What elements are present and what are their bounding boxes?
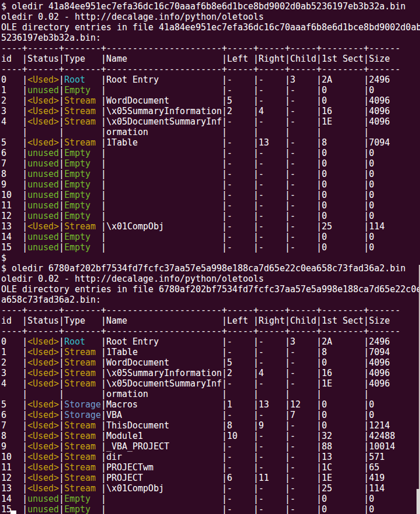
cell-name [106, 148, 222, 158]
cell-right: 13 [259, 137, 285, 148]
cell-right: - [259, 148, 285, 158]
cell-type: Empty [64, 494, 101, 504]
table-row-line: 13 |<Used>|Stream |\x01CompObj |- |- |- … [1, 221, 420, 232]
table-row-line: 9 |unused|Empty | |- |- |- |0 |0 [1, 179, 420, 190]
cell-status: unused [27, 504, 59, 514]
cell-child: - [290, 137, 316, 148]
column-divider: | [101, 211, 106, 221]
cell-size: 2496 [369, 75, 400, 85]
column-divider: | [364, 137, 369, 148]
cell-id: 14 [1, 494, 22, 504]
column-divider: | [316, 504, 322, 514]
cell-child: - [290, 420, 316, 431]
column-divider: | [22, 211, 27, 221]
cell-id: 4 [1, 378, 22, 389]
column-divider: | [316, 137, 322, 148]
table-row-line: 2 |<Used>|Stream |WordDocument |5 |- |- … [1, 95, 420, 106]
column-divider: | [364, 462, 369, 473]
cell-size: 114 [369, 221, 400, 232]
cell-type: Stream [64, 357, 101, 368]
column-divider: | [222, 483, 227, 494]
cell-size: 7094 [369, 137, 400, 148]
column-divider: | [101, 137, 106, 148]
column-divider: | [316, 347, 322, 357]
cell-sect [322, 389, 364, 399]
cell-status: <Used> [27, 452, 59, 462]
cell-type: Stream [64, 137, 101, 148]
column-divider: | [22, 347, 27, 357]
column-divider: | [22, 200, 27, 211]
cell-id: 13 [1, 483, 22, 494]
cell-name: Root Entry [106, 75, 222, 85]
cell-child: - [290, 95, 316, 106]
cell-right: - [259, 378, 285, 389]
column-divider: | [316, 116, 322, 127]
cell-right: - [259, 357, 285, 368]
cell-name: \x05DocumentSummaryInf [106, 116, 222, 127]
cell-size: 65 [369, 462, 400, 473]
terminal-output: $ oledir 41a84ee951ec7efa36dc16c70aaaf6b… [0, 0, 420, 514]
table-row-line: 11 |<Used>|Stream |PROJECTwm |- |- |- |1… [1, 462, 420, 473]
column-divider: | [285, 399, 290, 410]
cell-size: 42488 [369, 431, 400, 441]
cell-status: unused [27, 232, 59, 242]
column-divider: | [364, 106, 369, 116]
cell-sect: 0 [322, 95, 364, 106]
cell-type: Root [64, 75, 101, 85]
cell-name: 1Table [106, 137, 222, 148]
cell-id: 13 [1, 221, 22, 232]
cell-right [259, 127, 285, 137]
cell-type: Stream [64, 462, 101, 473]
column-divider: | [254, 389, 259, 399]
cell-status: <Used> [27, 483, 59, 494]
column-divider: | [22, 106, 27, 116]
column-divider: | [22, 336, 27, 347]
cell-name [106, 85, 222, 95]
column-divider: | [285, 410, 290, 420]
column-divider: | [254, 336, 259, 347]
cell-status: <Used> [27, 347, 59, 357]
column-divider: | [101, 95, 106, 106]
separator-text: ----+------+-------+--------------------… [1, 43, 400, 54]
cell-status: <Used> [27, 336, 59, 347]
column-divider: | [101, 452, 106, 462]
cell-size: 0 [369, 494, 400, 504]
column-divider: | [22, 85, 27, 95]
column-divider: | [101, 389, 106, 399]
table-separator-line: ----+------+-------+--------------------… [1, 305, 420, 316]
cell-left: - [227, 190, 253, 200]
cell-right: - [259, 441, 285, 452]
column-divider: | [254, 483, 259, 494]
column-divider: | [364, 127, 369, 137]
cell-status: unused [27, 148, 59, 158]
cell-right: - [259, 504, 285, 514]
cell-name [106, 232, 222, 242]
prompt-text: $ [1, 253, 6, 263]
cell-status: <Used> [27, 420, 59, 431]
table-row-line: 1 |<Used>|Stream |1Table |- |- |- |8 |70… [1, 347, 420, 357]
scrollbar-thumb[interactable] [417, 489, 420, 514]
column-divider: | [364, 410, 369, 420]
cell-id: 0 [1, 75, 22, 85]
column-divider: | [222, 221, 227, 232]
cell-size: 0 [369, 85, 400, 95]
cell-status: <Used> [27, 357, 59, 368]
column-divider: | [285, 420, 290, 431]
cell-right: - [259, 494, 285, 504]
column-divider: | [285, 378, 290, 389]
column-divider: | [364, 347, 369, 357]
cell-name [106, 494, 222, 504]
cell-type: Empty [64, 158, 101, 169]
cell-left: - [227, 232, 253, 242]
column-divider: | [254, 441, 259, 452]
column-divider: | [285, 462, 290, 473]
table-row-line: 8 |unused|Empty | |- |- |- |0 |0 [1, 169, 420, 179]
column-divider: | [364, 357, 369, 368]
table-row-line: 5 |<Used>|Storage|Macros |1 |13 |12 |0 |… [1, 399, 420, 410]
cell-sect: 0 [322, 211, 364, 221]
cell-left: - [227, 504, 253, 514]
cell-child: - [290, 431, 316, 441]
cell-right: - [259, 483, 285, 494]
column-divider: | [222, 137, 227, 148]
cell-child: - [290, 504, 316, 514]
